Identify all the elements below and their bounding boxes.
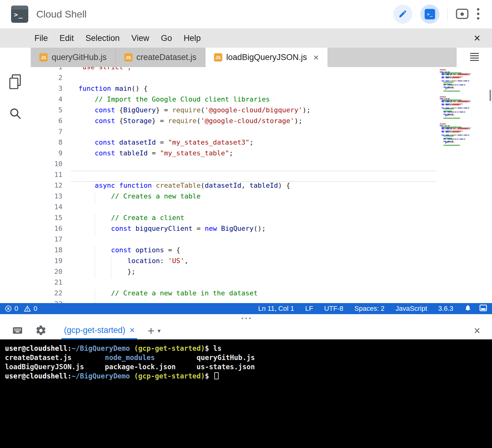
minimap-line bbox=[440, 142, 486, 142]
open-editor-button[interactable] bbox=[393, 5, 412, 24]
line-content: async function createTable(datasetId, ta… bbox=[71, 182, 437, 192]
code-line-13[interactable]: 13 // Creates a new table bbox=[31, 192, 492, 203]
line-number: 19 bbox=[31, 257, 71, 268]
editor-tab-queryGitHub.js[interactable]: JSqueryGitHub.js bbox=[31, 48, 116, 67]
status-item-4[interactable]: JavaScript bbox=[395, 305, 427, 313]
close-tab-icon[interactable]: × bbox=[313, 53, 319, 62]
toggle-panel-icon[interactable] bbox=[479, 304, 487, 313]
code-editor[interactable]: 1'use strict';23function main() {4 // Im… bbox=[31, 67, 492, 303]
indent-guide bbox=[111, 257, 111, 268]
minimap-line bbox=[440, 86, 486, 86]
editor-scrollbar[interactable] bbox=[490, 90, 491, 101]
line-content bbox=[71, 235, 437, 246]
status-item-5[interactable]: 3.6.3 bbox=[438, 305, 453, 313]
code-line-20[interactable]: 20 }; bbox=[31, 268, 492, 278]
search-button[interactable] bbox=[6, 105, 25, 123]
code-line-10[interactable]: 10 bbox=[31, 160, 492, 171]
code-line-17[interactable]: 17 bbox=[31, 235, 492, 246]
code-line-19[interactable]: 19 location: 'US', bbox=[31, 257, 492, 268]
indent-guide bbox=[111, 268, 111, 278]
menu-item-file[interactable]: File bbox=[34, 34, 48, 43]
explorer-button[interactable] bbox=[6, 73, 25, 92]
menu-item-go[interactable]: Go bbox=[161, 34, 172, 43]
terminal-line-1: createDataset.js node_modules queryGitHu… bbox=[5, 353, 492, 362]
menu-item-help[interactable]: Help bbox=[184, 34, 201, 43]
code-line-6[interactable]: 6 const {Storage} = require('@google-clo… bbox=[31, 117, 492, 128]
code-line-4[interactable]: 4 // Import the Google Cloud client libr… bbox=[31, 95, 492, 106]
editor-tab-loadBigQueryJSON.js[interactable]: JSloadBigQueryJSON.js× bbox=[205, 48, 327, 67]
line-content: const tableId = "my_states_table"; bbox=[71, 149, 437, 160]
code-line-16[interactable]: 16 const bigqueryClient = new BigQuery()… bbox=[31, 225, 492, 235]
warning-icon bbox=[24, 305, 31, 312]
editor-shell: 1'use strict';23function main() {4 // Im… bbox=[0, 67, 492, 303]
code-line-12[interactable]: 12 async function createTable(datasetId,… bbox=[31, 182, 492, 192]
code-line-3[interactable]: 3function main() { bbox=[31, 85, 492, 95]
minimap-line bbox=[440, 74, 486, 75]
line-number: 23 bbox=[31, 300, 71, 303]
code-line-18[interactable]: 18 const options = { bbox=[31, 246, 492, 257]
line-content bbox=[71, 128, 437, 138]
minimap-line bbox=[440, 98, 486, 99]
code-line-11[interactable]: 11 bbox=[31, 171, 492, 182]
minimap-line bbox=[440, 78, 486, 78]
status-item-1[interactable]: LF bbox=[305, 305, 313, 313]
notifications-bell-icon[interactable] bbox=[464, 304, 471, 313]
code-line-9[interactable]: 9 const tableId = "my_states_table"; bbox=[31, 149, 492, 160]
minimap-line bbox=[440, 136, 486, 136]
line-content bbox=[71, 300, 437, 303]
open-terminal-button[interactable]: >_ bbox=[420, 5, 439, 24]
more-options-button[interactable] bbox=[477, 8, 480, 21]
minimap-line bbox=[440, 134, 486, 134]
code-line-1[interactable]: 1'use strict'; bbox=[31, 67, 492, 74]
menu-item-selection[interactable]: Selection bbox=[85, 34, 120, 43]
line-number: 4 bbox=[31, 95, 71, 106]
code-line-5[interactable]: 5 const {BigQuery} = require('@google-cl… bbox=[31, 106, 492, 117]
virtual-keyboard-button[interactable] bbox=[10, 325, 25, 337]
gear-icon bbox=[35, 325, 47, 337]
code-line-15[interactable]: 15 // Create a client bbox=[31, 214, 492, 225]
chevron-down-icon[interactable]: ▾ bbox=[157, 327, 161, 334]
add-terminal-button[interactable]: + bbox=[148, 325, 154, 337]
terminal-settings-button[interactable] bbox=[35, 325, 47, 337]
tab-bar-right bbox=[457, 48, 492, 67]
code-lines: 1'use strict';23function main() {4 // Im… bbox=[31, 67, 492, 303]
line-number: 17 bbox=[31, 235, 71, 246]
menu-item-edit[interactable]: Edit bbox=[60, 34, 74, 43]
tab-label: loadBigQueryJSON.js bbox=[226, 53, 307, 62]
editor-tab-createDataset.js[interactable]: JScreateDataset.js bbox=[116, 48, 205, 67]
web-preview-button[interactable] bbox=[456, 8, 469, 20]
terminal[interactable]: user@cloudshell:~/BigQueryDemo (gcp-get-… bbox=[0, 339, 492, 448]
minimap-line bbox=[440, 115, 486, 115]
terminal-cursor bbox=[214, 372, 219, 379]
line-content: 'use strict'; bbox=[71, 67, 437, 74]
minimap-line bbox=[440, 127, 486, 127]
code-line-2[interactable]: 2 bbox=[31, 74, 492, 85]
terminal-icon: >_ bbox=[425, 9, 435, 19]
code-line-14[interactable]: 14 bbox=[31, 203, 492, 214]
close-terminal-tab-icon[interactable]: × bbox=[130, 326, 135, 334]
close-editor-icon[interactable]: × bbox=[474, 33, 492, 44]
close-panel-icon[interactable]: × bbox=[474, 325, 480, 336]
menu-bar: FileEditSelectionViewGoHelp × bbox=[0, 29, 492, 48]
problems-indicator[interactable]: 0 0 bbox=[5, 305, 41, 313]
line-number: 21 bbox=[31, 278, 71, 289]
keyboard-icon bbox=[10, 325, 25, 337]
panel-splitter[interactable] bbox=[0, 314, 492, 322]
status-bar: 0 0 Ln 11, Col 1LFUTF-8Spaces: 2JavaScri… bbox=[0, 303, 492, 314]
minimap-line bbox=[440, 91, 486, 91]
status-item-3[interactable]: Spaces: 2 bbox=[355, 305, 385, 313]
code-line-21[interactable]: 21 bbox=[31, 278, 492, 289]
status-item-2[interactable]: UTF-8 bbox=[324, 305, 343, 313]
minimap-line bbox=[440, 100, 486, 100]
terminal-tab[interactable]: (gcp-get-started) × bbox=[62, 322, 137, 339]
editor-views-button[interactable] bbox=[469, 52, 480, 62]
code-line-22[interactable]: 22 // Create a new table in the dataset bbox=[31, 289, 492, 300]
minimap-line bbox=[440, 137, 486, 138]
code-line-8[interactable]: 8 const datasetId = "my_states_dataset3"… bbox=[31, 138, 492, 149]
terminal-tab-label: (gcp-get-started) bbox=[64, 326, 125, 335]
code-line-23[interactable]: 23 bbox=[31, 300, 492, 303]
status-item-0[interactable]: Ln 11, Col 1 bbox=[258, 305, 294, 313]
minimap[interactable] bbox=[440, 70, 486, 150]
menu-item-view[interactable]: View bbox=[131, 34, 149, 43]
code-line-7[interactable]: 7 bbox=[31, 128, 492, 138]
